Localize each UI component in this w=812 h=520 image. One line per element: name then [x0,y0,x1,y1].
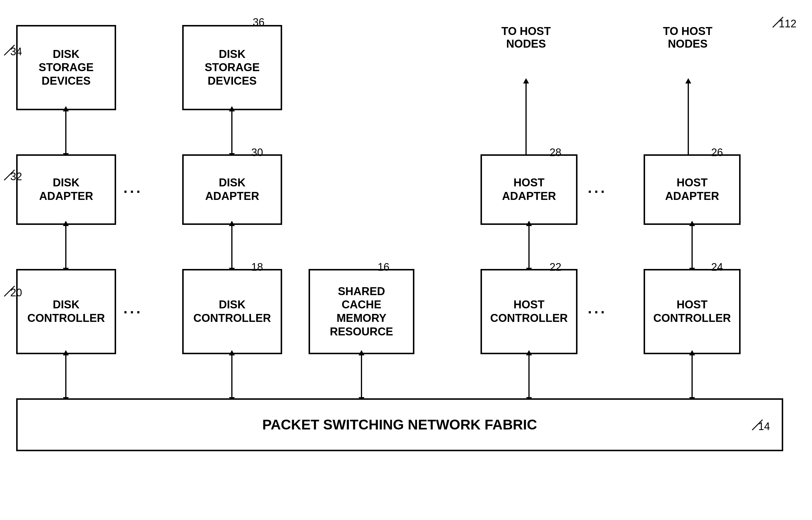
host-adapter-2-label: HOSTADAPTER [665,176,719,203]
disk-storage-1: DISKSTORAGEDEVICES [16,25,116,110]
shared-cache-label: SHAREDCACHEMEMORYRESOURCE [330,285,393,338]
arrow-cache-fabric [361,354,362,398]
to-host-nodes-1: TO HOSTNODES [494,25,559,50]
disk-controller-1-label: DISKCONTROLLER [27,298,105,325]
dots-host-adapter: ... [588,179,607,197]
disk-controller-2-label: DISKCONTROLLER [193,298,271,325]
host-controller-1: HOSTCONTROLLER [481,269,577,354]
ref-14: 14 [758,420,770,433]
disk-adapter-2-label: DISKADAPTER [205,176,259,203]
disk-storage-1-label: DISKSTORAGEDEVICES [38,48,93,88]
ref-18: 18 [251,261,263,274]
arrow-adapter1-ctrl1 [65,225,66,269]
host-adapter-1: HOSTADAPTER [481,154,577,225]
ref-28: 28 [549,147,561,159]
disk-storage-2-label: DISKSTORAGEDEVICES [205,48,260,88]
disk-adapter-1: DISKADAPTER [16,154,116,225]
dots-controller: ... [124,300,143,317]
disk-storage-2: DISKSTORAGEDEVICES [182,25,282,110]
ref-20: 20 [10,287,22,299]
arrow-hostnodes1-adapter1 [525,82,526,162]
dots-adapter: ... [124,179,143,197]
disk-adapter-1-label: DISKADAPTER [39,176,93,203]
network-fabric-label: PACKET SWITCHING NETWORK FABRIC [262,416,537,433]
host-controller-1-label: HOSTCONTROLLER [490,298,568,325]
arrow-storage2-adapter2 [231,110,233,154]
diagram-container: DISKSTORAGEDEVICES 34 DISKSTORAGEDEVICES… [0,0,812,520]
ref-24: 24 [711,261,723,274]
shared-cache: SHAREDCACHEMEMORYRESOURCE [308,269,414,354]
host-adapter-1-label: HOSTADAPTER [502,176,556,203]
ref-34: 34 [10,46,22,58]
ref-16: 16 [378,261,389,274]
arrow-storage1-adapter1 [65,110,66,154]
host-adapter-2: HOSTADAPTER [644,154,740,225]
to-host-nodes-2: TO HOSTNODES [655,25,720,50]
arrow-ctrl1-fabric [65,354,66,398]
disk-adapter-2: DISKADAPTER [182,154,282,225]
dots-host-controller: ... [588,300,607,317]
network-fabric: PACKET SWITCHING NETWORK FABRIC [16,398,783,451]
ref-32: 32 [10,171,22,183]
ref-26: 26 [711,147,723,159]
ref-30: 30 [251,147,263,159]
ref-36: 36 [253,16,265,28]
arrow-hostctrl1-fabric [529,354,530,398]
arrow-hostadapter2-ctrl2 [692,225,693,269]
disk-controller-2: DISKCONTROLLER [182,269,282,354]
arrow-ctrl2-fabric [231,354,233,398]
ref-112: 112 [779,18,796,30]
disk-controller-1: DISKCONTROLLER [16,269,116,354]
host-controller-2: HOSTCONTROLLER [644,269,740,354]
arrow-hostctrl2-fabric [692,354,693,398]
host-controller-2-label: HOSTCONTROLLER [653,298,731,325]
arrow-hostadapter1-ctrl1 [529,225,530,269]
arrow-adapter2-ctrl2 [231,225,233,269]
arrow-hostnodes2-adapter2 [688,82,689,162]
ref-22: 22 [549,261,561,274]
